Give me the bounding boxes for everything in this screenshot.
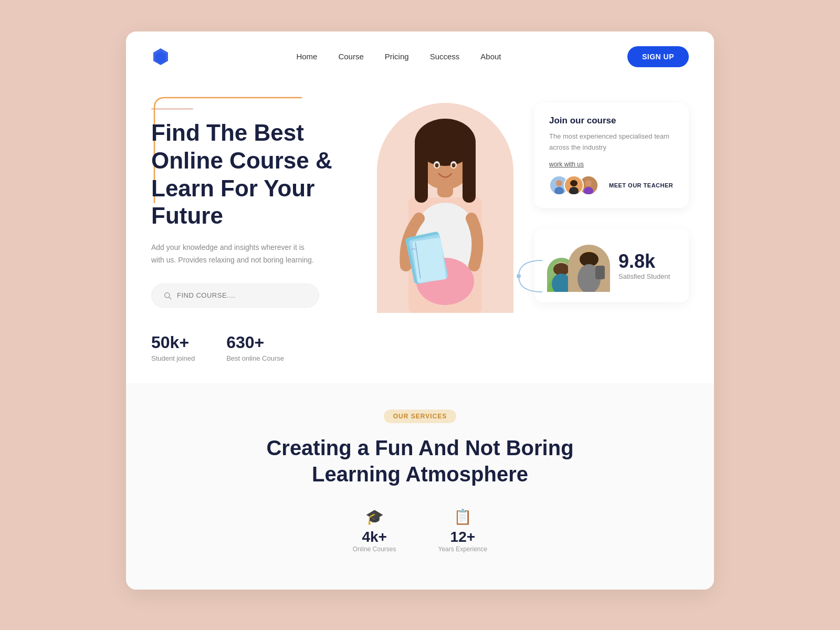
svg-rect-39 [595,266,605,279]
bottom-stat-courses: 🎓 4k+ Online Courses [353,508,396,553]
logo[interactable] [151,47,170,66]
bottom-stat-courses-number: 4k+ [353,529,396,545]
svg-point-14 [435,163,439,167]
student-avatar-large [568,245,610,292]
stat-courses-number: 630+ [226,333,284,352]
meet-teacher-label: MEET OUR TEACHER [609,182,673,188]
nav-links: Home Course Pricing Success About [296,52,501,61]
satisfied-label: Satisfied Student [618,272,670,280]
svg-point-25 [570,180,578,186]
nav-home[interactable]: Home [296,52,317,61]
person-illustration [377,92,513,313]
teacher-row: MEET OUR TEACHER [549,175,674,195]
join-course-card: Join our course The most experienced spe… [534,103,689,208]
hero-title: Find The Best Online Course & Learn For … [151,119,361,230]
stat-students-label: Student joined [151,354,195,362]
accent-line [151,108,193,110]
search-icon [163,291,172,300]
teacher-avatar-2 [564,175,584,195]
signup-button[interactable]: SIGN UP [627,46,689,67]
page-wrapper: Home Course Pricing Success About SIGN U… [126,32,714,590]
satisfied-number: 9.8k [618,250,670,272]
stat-courses: 630+ Best online Course [226,333,284,362]
hero-description: Add your knowledge and insights wherever… [151,242,319,267]
svg-line-3 [169,297,171,299]
experience-icon: 📋 [438,508,488,526]
svg-rect-11 [463,140,476,203]
svg-rect-10 [415,140,428,203]
services-section: OUR SERVICES Creating a Fun And Not Bori… [126,383,714,590]
hero-center-image [372,92,519,313]
work-with-us-link[interactable]: work with us [549,161,674,168]
services-title: Creating a Fun And Not Boring Learning A… [151,435,689,487]
teacher-avatars [549,175,593,195]
logo-icon [151,47,170,66]
svg-point-15 [452,163,456,167]
stat-students-number: 50k+ [151,333,195,352]
svg-point-28 [585,180,592,186]
stat-students: 50k+ Student joined [151,333,195,362]
services-badge: OUR SERVICES [384,410,456,423]
student-avatars [547,239,610,292]
bottom-stats: 🎓 4k+ Online Courses 📋 12+ Years Experie… [151,508,689,569]
search-bar[interactable] [151,284,319,308]
nav-course[interactable]: Course [338,52,363,61]
hero-right: Join our course The most experienced spe… [519,92,689,302]
join-course-desc: The most experienced specialised team ac… [549,131,674,153]
courses-icon: 🎓 [353,508,396,526]
satisfied-info: 9.8k Satisfied Student [618,250,670,280]
hero-person [377,92,513,313]
svg-point-30 [517,274,521,278]
join-course-title: Join our course [549,116,674,126]
search-input[interactable] [177,291,307,299]
satisfied-card: 9.8k Satisfied Student [534,229,689,302]
hero-stats: 50k+ Student joined 630+ Best online Cou… [151,333,361,362]
nav-pricing[interactable]: Pricing [385,52,409,61]
nav-success[interactable]: Success [430,52,460,61]
navbar: Home Course Pricing Success About SIGN U… [126,32,714,82]
bottom-stat-exp-label: Years Experience [438,545,488,553]
nav-about[interactable]: About [480,52,501,61]
hero-section: Find The Best Online Course & Learn For … [126,82,714,383]
connector-decoration [513,255,545,297]
bottom-stat-experience: 📋 12+ Years Experience [438,508,488,553]
svg-rect-18 [412,237,447,283]
bottom-stat-exp-number: 12+ [438,529,488,545]
bottom-stat-courses-label: Online Courses [353,545,396,553]
stat-courses-label: Best online Course [226,354,284,362]
svg-point-21 [556,180,562,186]
hero-left: Find The Best Online Course & Learn For … [151,92,361,362]
